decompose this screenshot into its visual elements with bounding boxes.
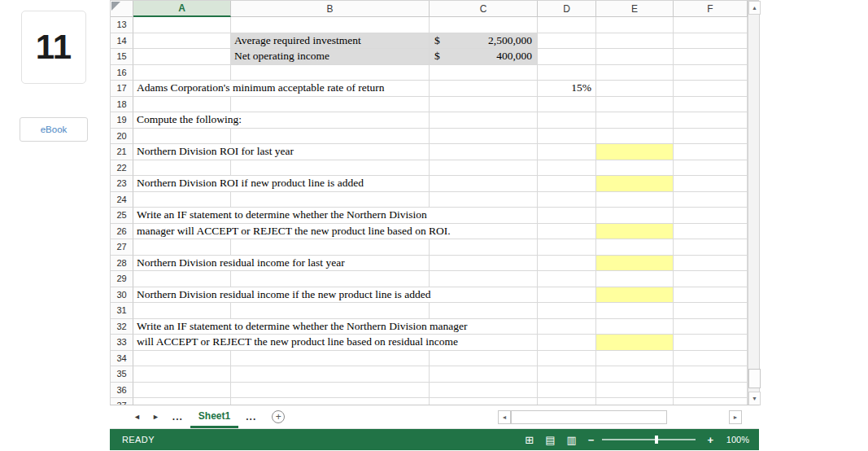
cell[interactable]: $400,000 xyxy=(430,49,538,65)
cell[interactable] xyxy=(231,65,430,81)
cell[interactable] xyxy=(674,81,748,97)
cell[interactable] xyxy=(430,97,538,113)
row-header-35[interactable]: 35 xyxy=(111,366,133,383)
scroll-down-button[interactable]: ▼ xyxy=(748,392,761,405)
cell[interactable] xyxy=(430,383,538,399)
cell[interactable] xyxy=(538,208,596,224)
answer-cell[interactable] xyxy=(596,144,674,160)
cell[interactable] xyxy=(231,271,430,287)
row-header-15[interactable]: 15 xyxy=(111,49,133,65)
scroll-up-button[interactable]: ▲ xyxy=(748,1,761,15)
column-header-e[interactable]: E xyxy=(596,1,674,17)
cell[interactable]: Write an IF statement to determine wheth… xyxy=(133,208,538,224)
cell[interactable] xyxy=(538,65,596,81)
cell[interactable] xyxy=(430,160,538,177)
cell[interactable] xyxy=(133,160,231,177)
cell[interactable] xyxy=(133,303,231,319)
row-header-36[interactable]: 36 xyxy=(111,383,133,399)
cell[interactable] xyxy=(538,271,596,287)
add-sheet-button[interactable]: + xyxy=(272,410,285,423)
cell[interactable] xyxy=(538,351,596,367)
cell[interactable] xyxy=(596,383,674,399)
cell[interactable] xyxy=(538,49,596,65)
cell[interactable] xyxy=(674,65,748,81)
cell[interactable] xyxy=(596,160,674,177)
cell[interactable] xyxy=(674,383,748,399)
cell[interactable] xyxy=(596,49,674,65)
scroll-left-button[interactable]: ◄ xyxy=(498,410,511,424)
row-header-20[interactable]: 20 xyxy=(111,129,133,145)
cell[interactable] xyxy=(133,351,231,367)
cell[interactable] xyxy=(538,224,596,240)
zoom-in-button[interactable]: + xyxy=(707,434,713,446)
cell[interactable] xyxy=(133,383,231,399)
cell[interactable]: Northern Division residual income for la… xyxy=(133,256,430,272)
cell[interactable]: Northern Division residual income if the… xyxy=(133,287,538,304)
cell[interactable] xyxy=(538,97,596,113)
cell[interactable] xyxy=(674,335,748,351)
cell[interactable] xyxy=(596,351,674,367)
cell[interactable] xyxy=(133,366,231,383)
cell[interactable] xyxy=(538,192,596,208)
scroll-right-button[interactable]: ► xyxy=(729,410,742,424)
cell[interactable] xyxy=(231,160,430,177)
row-header-30[interactable]: 30 xyxy=(111,287,133,304)
cell[interactable] xyxy=(231,129,430,145)
cell[interactable] xyxy=(596,366,674,383)
cell[interactable]: Northern Division ROI for last year xyxy=(133,144,430,160)
cell[interactable] xyxy=(596,208,674,224)
cell[interactable] xyxy=(538,17,596,33)
cell[interactable] xyxy=(231,239,430,256)
cell[interactable] xyxy=(674,112,748,129)
cell[interactable]: Write an IF statement to determine wheth… xyxy=(133,319,538,335)
answer-cell[interactable] xyxy=(596,176,674,192)
column-header-a[interactable]: A xyxy=(133,1,231,17)
cell[interactable] xyxy=(430,351,538,367)
cell[interactable] xyxy=(674,224,748,240)
cell[interactable] xyxy=(674,17,748,33)
cell[interactable] xyxy=(430,366,538,383)
cell[interactable] xyxy=(674,303,748,319)
cell[interactable] xyxy=(674,271,748,287)
vertical-scrollbar-thumb[interactable] xyxy=(748,369,761,388)
cell[interactable]: will ACCEPT or REJECT the new product li… xyxy=(133,335,538,351)
cell[interactable] xyxy=(133,129,231,145)
cell[interactable] xyxy=(674,366,748,383)
cell[interactable] xyxy=(430,256,538,272)
column-header-d[interactable]: D xyxy=(538,1,596,17)
answer-cell[interactable] xyxy=(596,224,674,240)
cell[interactable] xyxy=(596,81,674,97)
row-header-32[interactable]: 32 xyxy=(111,319,133,335)
row-header-34[interactable]: 34 xyxy=(111,351,133,367)
cell[interactable] xyxy=(430,303,538,319)
cell[interactable] xyxy=(231,303,430,319)
cell[interactable] xyxy=(596,129,674,145)
cell[interactable] xyxy=(538,144,596,160)
ebook-button[interactable]: eBook xyxy=(20,117,88,142)
cell[interactable] xyxy=(538,239,596,256)
cell[interactable] xyxy=(133,65,231,81)
cell[interactable] xyxy=(231,383,430,399)
cell[interactable] xyxy=(430,176,538,192)
column-header-c[interactable]: C xyxy=(430,1,538,17)
row-header-13[interactable]: 13 xyxy=(111,17,133,33)
cell[interactable] xyxy=(674,319,748,335)
cell[interactable] xyxy=(231,17,430,33)
row-header-28[interactable]: 28 xyxy=(111,256,133,272)
cell[interactable] xyxy=(674,49,748,65)
cell[interactable] xyxy=(538,383,596,399)
row-header-27[interactable]: 27 xyxy=(111,239,133,256)
cell[interactable] xyxy=(538,287,596,304)
cell[interactable] xyxy=(430,65,538,81)
cell[interactable]: Net operating income xyxy=(231,49,430,65)
cell[interactable] xyxy=(133,239,231,256)
cell[interactable]: 15% xyxy=(538,81,596,97)
cell[interactable] xyxy=(596,97,674,113)
cell[interactable] xyxy=(596,33,674,50)
answer-cell[interactable] xyxy=(596,335,674,351)
row-header-33[interactable]: 33 xyxy=(111,335,133,351)
row-header-16[interactable]: 16 xyxy=(111,65,133,81)
normal-view-icon[interactable]: ⊞ xyxy=(525,434,534,446)
cell[interactable] xyxy=(674,239,748,256)
horizontal-scrollbar-thumb[interactable] xyxy=(511,410,667,424)
